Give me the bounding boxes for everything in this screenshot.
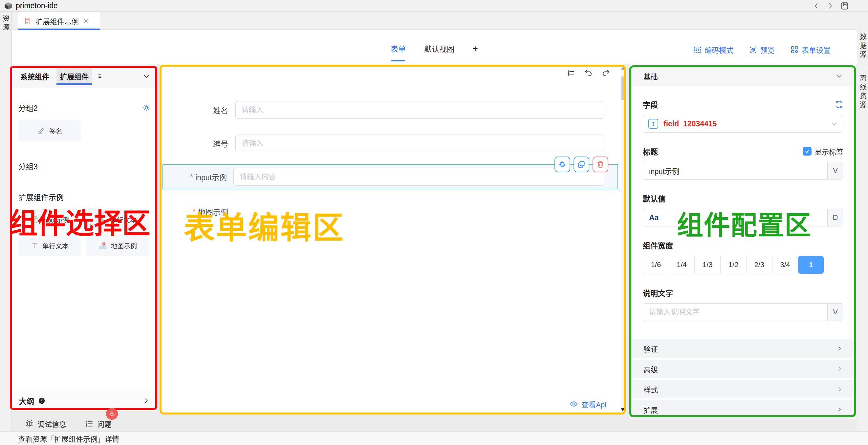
app-window: primeton-ide 资源 数据源 离线资源 扩展组件示例 表单: [0, 0, 868, 445]
map-icon: [98, 241, 107, 250]
title-variable-button[interactable]: V: [827, 162, 843, 179]
form-field-name[interactable]: 姓名: [162, 101, 604, 119]
width-option-1-4[interactable]: 1/4: [669, 256, 695, 274]
problems-button[interactable]: 问题: [85, 418, 112, 429]
default-value-aa-prefix[interactable]: Aa: [643, 209, 658, 226]
code-window-icon: [693, 45, 702, 54]
width-option-1-6[interactable]: 1/6: [643, 256, 669, 274]
palette-item-single-line-text-2[interactable]: 单行文本: [19, 235, 81, 256]
section-basic-title: 基础: [644, 71, 658, 82]
coding-mode-button[interactable]: 编码模式: [693, 44, 734, 55]
tab-label: 扩展组件示例: [35, 16, 79, 26]
section-basic-header[interactable]: 基础: [630, 67, 856, 86]
palette-item-signature[interactable]: 签名: [19, 121, 81, 141]
default-value-d-button[interactable]: D: [827, 209, 843, 226]
name-input[interactable]: [236, 101, 604, 119]
form-field-number[interactable]: 编号: [162, 134, 604, 153]
group-title-row: 扩展组件示例: [19, 191, 150, 202]
nav-forward-icon[interactable]: [827, 2, 834, 9]
title-input[interactable]: [643, 162, 827, 179]
redo-icon[interactable]: [601, 69, 610, 77]
chevron-right-icon: [836, 365, 843, 372]
width-segmented-control: 1/6 1/4 1/3 1/2 2/3 3/4 1: [643, 256, 824, 274]
field-settings-button[interactable]: [555, 157, 570, 172]
description-input-group: V: [643, 303, 843, 321]
palette-menu-icon[interactable]: [97, 73, 104, 80]
chevron-down-icon: [831, 120, 838, 127]
rail-offline-resources-tab[interactable]: 离线资源: [858, 74, 868, 110]
show-label-checkbox[interactable]: 显示标签: [803, 146, 843, 157]
group3-title: 分组3: [19, 160, 38, 172]
scrollbar-down-arrow-icon[interactable]: [620, 408, 625, 411]
default-value-input[interactable]: [658, 209, 827, 226]
status-text: 查看资源「扩展组件示例」详情: [18, 433, 119, 444]
show-label-text: 显示标签: [814, 146, 843, 157]
checkbox-checked-icon[interactable]: [803, 147, 811, 156]
group2-title: 分组2: [19, 102, 38, 113]
preview-eye-icon: [749, 45, 757, 54]
width-option-1-2[interactable]: 1/2: [721, 256, 747, 274]
form-settings-button[interactable]: 表单设置: [790, 44, 831, 55]
scrollbar-thumb[interactable]: [621, 76, 625, 100]
width-option-1-3[interactable]: 1/3: [695, 256, 721, 274]
form-field-map-example[interactable]: * 地图示例: [162, 202, 604, 221]
preview-button[interactable]: 预览: [749, 44, 775, 55]
view-api-label: 查看Api: [581, 399, 606, 409]
group-gear-icon[interactable]: [143, 104, 150, 112]
add-view-button[interactable]: +: [473, 44, 478, 54]
field-copy-button[interactable]: [574, 157, 589, 172]
debug-info-button[interactable]: 调试信息: [25, 418, 66, 429]
debug-info-label: 调试信息: [37, 418, 66, 429]
palette-item-input-example[interactable]: input示例: [19, 209, 81, 230]
outline-tree-icon[interactable]: [567, 69, 576, 77]
rail-divider: [857, 67, 868, 67]
app-logo-icon: [4, 2, 12, 10]
text-icon: [31, 241, 39, 250]
section-validation[interactable]: 验证: [630, 339, 856, 358]
tab-form[interactable]: 表单: [391, 43, 406, 54]
tab-extension-component-example[interactable]: 扩展组件示例: [19, 12, 100, 30]
outline-expand-icon[interactable]: [143, 397, 150, 404]
basic-section-body: 字段 field_12034415 标题 显示标签 V: [630, 99, 856, 321]
width-option-3-4[interactable]: 3/4: [772, 256, 798, 274]
rail-datasource-tab[interactable]: 数据源: [858, 33, 868, 60]
palette-item-single-line-text-1[interactable]: 单行文本: [86, 209, 149, 230]
tab-default-view[interactable]: 默认视图: [424, 43, 454, 54]
palette-item-label: 单行文本: [42, 241, 69, 250]
rail-resources-tab[interactable]: 资源: [1, 15, 10, 32]
input-example-input[interactable]: [234, 168, 604, 186]
canvas-scrollbar[interactable]: [621, 64, 625, 414]
description-input[interactable]: [643, 304, 827, 321]
tab-close-icon[interactable]: [83, 18, 89, 24]
save-icon[interactable]: [840, 2, 849, 10]
left-rail: 资源: [0, 12, 11, 432]
number-input[interactable]: [236, 134, 604, 152]
field-delete-button[interactable]: [593, 157, 608, 172]
palette-header: 系统组件 扩展组件: [12, 64, 157, 88]
description-variable-button[interactable]: V: [827, 304, 843, 321]
scrollbar-up-arrow-icon[interactable]: [621, 67, 625, 70]
tab-system-components[interactable]: 系统组件: [19, 68, 51, 85]
document-icon: [24, 17, 32, 25]
view-api-link[interactable]: 查看Api: [569, 399, 606, 409]
collapsed-sections: 验证 高级 样式 扩展: [630, 339, 856, 419]
refresh-icon[interactable]: [835, 100, 843, 108]
section-advanced-label: 高级: [644, 363, 658, 374]
section-extension-label: 扩展: [644, 404, 658, 415]
palette-item-map-example[interactable]: 地图示例: [86, 235, 149, 256]
field-select[interactable]: field_12034415: [643, 115, 843, 133]
width-option-1-selected[interactable]: 1: [798, 256, 824, 274]
outline-bar[interactable]: 大纲: [12, 390, 157, 411]
required-mark: *: [190, 172, 193, 182]
nav-back-icon[interactable]: [813, 2, 820, 9]
section-style[interactable]: 样式: [630, 380, 856, 399]
eye-icon: [569, 400, 578, 408]
form-field-input-example-selected[interactable]: * input示例: [162, 164, 618, 189]
section-advanced[interactable]: 高级: [630, 360, 856, 378]
undo-icon[interactable]: [584, 69, 593, 77]
palette-collapse-icon[interactable]: [143, 72, 150, 80]
tab-extension-components[interactable]: 扩展组件: [57, 68, 92, 85]
width-option-2-3[interactable]: 2/3: [747, 256, 772, 274]
preview-label: 预览: [760, 44, 775, 55]
signature-icon: [37, 126, 46, 135]
